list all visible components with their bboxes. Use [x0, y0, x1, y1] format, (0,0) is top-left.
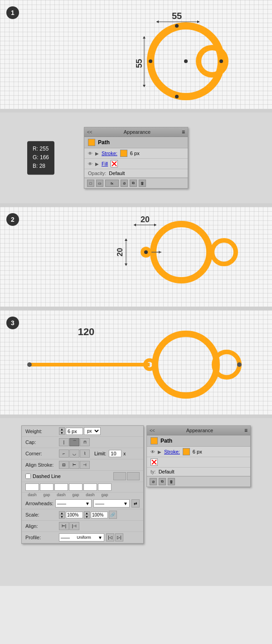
scale2-down[interactable]: ▼ [84, 515, 89, 518]
svg-point-11 [149, 59, 152, 63]
stroke-label-2[interactable]: Stroke: [164, 449, 180, 454]
no-icon[interactable]: ⊘ [121, 180, 128, 187]
scale-link-btn[interactable]: 🔗 [109, 511, 117, 519]
panel-title: Appearance [124, 129, 151, 135]
eye-icon[interactable]: 👁 [88, 151, 92, 156]
appearance-panel-2: << Appearance ≡ Path 👁 ▶ Stroke: 6 px [146, 425, 251, 487]
arrow-end-line: —— [95, 501, 104, 506]
copy-icon-2[interactable]: ⧉ [159, 478, 166, 485]
weight-up[interactable]: ▲ [59, 428, 64, 431]
panel-collapse-2[interactable]: << [150, 428, 155, 433]
cap-square-btn[interactable]: ⊓ [80, 438, 90, 446]
stroke-swatch-2[interactable] [183, 448, 190, 455]
step-badge-1: 1 [6, 6, 19, 19]
section-5-panels: Weight: ▲ ▼ px Cap: | ⌒ ⊓ [0, 418, 272, 586]
align-inside-btn[interactable]: ⊢ [69, 461, 79, 469]
corner-bevel-btn[interactable]: ⌇ [80, 449, 90, 458]
profile-extra-btns: |◁ ▷| [106, 533, 123, 542]
corner-round-btn[interactable]: ◡ [69, 449, 79, 458]
svg-point-37 [155, 334, 217, 395]
eye-icon-2[interactable]: 👁 [151, 449, 155, 454]
align2-btn-1[interactable]: ⊢| [59, 522, 69, 530]
dash-label-3: dash [83, 493, 97, 497]
trash-icon[interactable]: 🗑 [139, 180, 146, 187]
panel-body: Path 👁 ▶ Stroke: 6 px 👁 ▶ Fill Opacity: … [84, 137, 188, 188]
fill-label[interactable]: Fill [102, 161, 108, 166]
weight-input[interactable] [66, 428, 83, 435]
dashed-checkbox[interactable] [25, 473, 31, 479]
align2-buttons: ⊢| |⊣ [59, 522, 79, 530]
weight-spinner[interactable]: ▲ ▼ [59, 427, 65, 435]
fill-swatch-2[interactable] [151, 459, 158, 466]
align2-row: Align: ⊢| |⊣ [22, 521, 143, 532]
limit-x: x [123, 451, 126, 456]
dash-2-input[interactable] [54, 483, 68, 491]
weight-down[interactable]: ▼ [59, 431, 64, 434]
svg-marker-22 [134, 224, 136, 226]
gap-label-3: gap [98, 493, 112, 497]
divider-4 [0, 415, 272, 418]
panel-collapse[interactable]: << [87, 130, 92, 135]
svg-text:55: 55 [172, 11, 182, 21]
trash-icon-2[interactable]: 🗑 [168, 478, 175, 485]
scale2-spinner[interactable]: ▲ ▼ [84, 511, 90, 519]
fill-row: 👁 ▶ Fill [84, 159, 188, 169]
align-center-btn[interactable]: ⊟ [59, 461, 69, 469]
svg-marker-26 [125, 263, 127, 266]
limit-input[interactable] [109, 450, 121, 457]
arrow-swap-btn[interactable]: ⇄ [131, 499, 140, 507]
path-swatch-2[interactable] [151, 437, 158, 444]
dash-opt-1[interactable] [113, 472, 126, 480]
dash-3-input[interactable] [83, 483, 97, 491]
dashed-checkbox-label: Dashed Line [25, 473, 61, 479]
step-badge-3: 3 [6, 317, 19, 329]
gap-1-input[interactable] [40, 483, 53, 491]
scale1-spinner[interactable]: ▲ ▼ [59, 511, 65, 519]
corner-miter-btn[interactable]: ⌐ [59, 449, 69, 458]
panel-menu-2[interactable]: ≡ [244, 427, 248, 434]
fill-row-2 [147, 457, 250, 468]
dash-1-input[interactable] [25, 483, 39, 491]
fill-eye-icon[interactable]: 👁 [88, 161, 92, 166]
align2-btn-2[interactable]: |⊣ [69, 522, 79, 530]
scale-2-input[interactable] [91, 512, 108, 518]
no-icon-2[interactable]: ⊘ [150, 478, 157, 485]
scale2-up[interactable]: ▲ [84, 512, 89, 515]
opacity-row-2: ty: Default [147, 468, 250, 476]
weight-unit-select[interactable]: px [84, 427, 101, 435]
scale-1-input[interactable] [66, 512, 83, 518]
panel-menu[interactable]: ≡ [182, 129, 185, 135]
cap-round-btn[interactable]: ⌒ [69, 438, 79, 446]
profile-btn-1[interactable]: |◁ [106, 533, 114, 542]
rect-icon[interactable]: ▭ [96, 180, 103, 187]
fill-swatch[interactable] [111, 160, 118, 167]
expand-icon-2[interactable]: ▶ [158, 449, 161, 454]
arrowheads-row: Arrowheads: —— ▼ —— ▼ ⇄ [22, 498, 143, 509]
path-swatch[interactable] [88, 139, 95, 146]
svg-text:20: 20 [116, 248, 124, 257]
gap-2-input[interactable] [69, 483, 83, 491]
scale1-down[interactable]: ▼ [59, 515, 64, 518]
divider-2 [0, 203, 272, 207]
expand-icon[interactable]: ▶ [95, 151, 99, 156]
align-outside-btn[interactable]: ⊣ [80, 461, 90, 469]
stroke-swatch[interactable] [120, 150, 127, 157]
fill-expand-icon[interactable]: ▶ [95, 161, 99, 166]
square-icon[interactable]: □ [87, 180, 94, 187]
cap-butt-btn[interactable]: | [59, 438, 69, 446]
arrow-end-select[interactable]: —— ▼ [93, 499, 130, 507]
dash-labels-row: dash gap dash gap dash gap [22, 493, 143, 498]
stroke-label[interactable]: Stroke: [102, 151, 117, 156]
dash-opt-2[interactable] [127, 472, 140, 480]
gap-3-input[interactable] [98, 483, 112, 491]
arrow-start-select[interactable]: —— ▼ [55, 499, 92, 507]
fx-icon[interactable]: fx [105, 180, 119, 187]
tooltip-g: G: 166 [33, 153, 49, 162]
dashed-row: Dashed Line [22, 471, 143, 482]
dash-fields [25, 483, 112, 491]
profile-btn-2[interactable]: ▷| [115, 533, 123, 542]
divider-1 [0, 109, 272, 112]
copy-icon[interactable]: ⧉ [130, 180, 137, 187]
profile-select[interactable]: —— Uniform ▼ [59, 533, 104, 542]
scale1-up[interactable]: ▲ [59, 512, 64, 515]
